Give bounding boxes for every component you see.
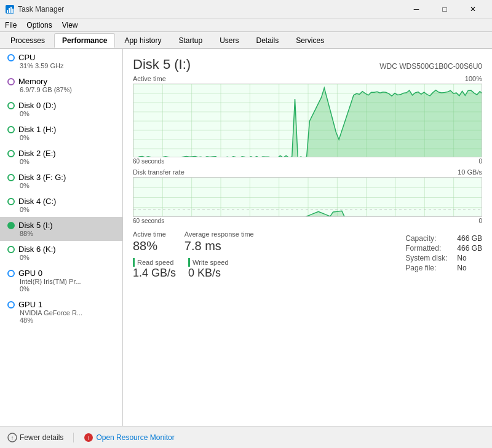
menu-view[interactable]: View [57,18,83,31]
tab-startup[interactable]: Startup [170,33,210,48]
avg-response-stat: Average response time 7.8 ms [184,230,254,253]
disk3-value: 0% [7,182,115,189]
write-bar [188,258,190,267]
read-bar [133,258,135,267]
right-stats: Capacity: 466 GB Formatted: 466 GB Syste… [405,234,482,272]
sidebar: CPU 31% 3.59 GHz Memory 6.9/7.9 GB (87%)… [0,49,123,426]
resource-monitor-link[interactable]: ! Open Resource Monitor [84,433,174,442]
transfer-time-right: 0 [478,218,482,224]
sidebar-item-memory[interactable]: Memory 6.9/7.9 GB (87%) [0,73,122,97]
gpu0-dot [7,270,15,277]
fewer-details-button[interactable]: ↑ Fewer details [7,433,63,442]
active-time-left: 60 seconds [133,158,164,165]
window-controls: ─ □ ✕ [402,0,487,18]
transfer-rate-label: Disk transfer rate [133,168,184,176]
active-time-value: 88% [133,239,166,253]
sidebar-item-disk1[interactable]: Disk 1 (H:) 0% [0,121,122,145]
read-speed-value: 1.4 GB/s [133,267,176,280]
close-button[interactable]: ✕ [459,0,487,18]
formatted-value: 466 GB [457,244,482,253]
active-time-label: Active time [133,75,166,82]
page-file-label: Page file: [405,264,447,272]
write-speed: Write speed 0 KB/s [188,258,229,280]
disk5-dot [7,222,15,229]
write-speed-value: 0 KB/s [188,267,229,280]
disk4-dot [7,198,15,205]
active-time-right: 0 [478,158,482,165]
disk5-value: 88% [7,230,115,237]
tab-processes[interactable]: Processes [2,33,53,48]
system-disk-value: No [457,254,482,262]
active-time-stat: Active time 88% [133,230,166,253]
disk1-dot [7,126,15,133]
active-time-max: 100% [465,75,482,82]
resource-monitor-icon: ! [84,433,93,442]
gpu1-value: 48% [7,316,115,324]
capacity-value: 466 GB [457,234,482,243]
disk1-value: 0% [7,134,115,141]
sidebar-item-disk6[interactable]: Disk 6 (K:) 0% [0,241,122,265]
tab-performance[interactable]: Performance [54,33,115,48]
disk0-value: 0% [7,110,115,117]
disk6-dot [7,246,15,253]
svg-rect-3 [10,7,12,13]
transfer-rate-chart [133,177,482,217]
gpu1-dot [7,301,15,308]
tab-details[interactable]: Details [248,33,287,48]
gpu0-value: 0% [7,285,115,293]
read-speed: Read speed 1.4 GB/s [133,258,176,280]
title-bar: Task Manager ─ □ ✕ [0,0,492,18]
sidebar-item-disk2[interactable]: Disk 2 (E:) 0% [0,145,122,169]
tab-app-history[interactable]: App history [116,33,169,48]
disk-model: WDC WDS500G1B0C-00S6U0 [379,62,482,71]
footer-divider [73,433,74,442]
sidebar-item-disk0[interactable]: Disk 0 (D:) 0% [0,97,122,121]
gpu0-sub: Intel(R) Iris(TM) Pr... [7,278,115,285]
disk2-dot [7,150,15,157]
page-file-value: No [457,264,482,272]
sidebar-item-cpu[interactable]: CPU 31% 3.59 GHz [0,49,122,73]
tab-users[interactable]: Users [212,33,247,48]
avg-response-value: 7.8 ms [184,239,254,253]
minimize-button[interactable]: ─ [402,0,430,18]
disk4-value: 0% [7,206,115,213]
disk6-value: 0% [7,254,115,261]
footer: ↑ Fewer details ! Open Resource Monitor [0,426,492,448]
sidebar-item-gpu0[interactable]: GPU 0 Intel(R) Iris(TM) Pr... 0% [0,265,122,296]
disk-title: Disk 5 (I:) [133,57,191,73]
formatted-label: Formatted: [405,244,447,253]
svg-text:↑: ↑ [11,434,14,441]
menu-options[interactable]: Options [22,18,57,31]
svg-rect-4 [12,9,14,13]
sidebar-item-gpu1[interactable]: GPU 1 NVIDIA GeForce R... 48% [0,296,122,328]
capacity-label: Capacity: [405,234,447,243]
active-time-section: Active time 100% 60 seconds 0 [133,75,482,165]
transfer-rate-section: Disk transfer rate 10 GB/s 60 seconds 0 [133,168,482,224]
svg-text:!: ! [88,435,90,441]
tab-services[interactable]: Services [288,33,332,48]
fewer-details-icon: ↑ [7,433,17,442]
system-disk-label: System disk: [405,254,447,262]
sidebar-item-disk4[interactable]: Disk 4 (C:) 0% [0,193,122,217]
disk3-dot [7,174,15,181]
active-time-chart [133,84,482,157]
memory-dot [7,78,15,85]
transfer-time-left: 60 seconds [133,218,164,224]
sidebar-item-disk5[interactable]: Disk 5 (I:) 88% [0,217,122,241]
sidebar-item-disk3[interactable]: Disk 3 (F: G:) 0% [0,169,122,193]
transfer-rate-max: 10 GB/s [458,168,482,176]
gpu1-sub: NVIDIA GeForce R... [7,309,115,316]
content-area: Disk 5 (I:) WDC WDS500G1B0C-00S6U0 Activ… [123,49,492,426]
menu-bar: File Options View [0,18,492,32]
main-content: CPU 31% 3.59 GHz Memory 6.9/7.9 GB (87%)… [0,49,492,426]
svg-rect-2 [9,8,10,13]
disk2-value: 0% [7,158,115,165]
maximize-button[interactable]: □ [430,0,459,18]
cpu-dot [7,54,15,61]
menu-file[interactable]: File [0,18,22,31]
taskmanager-icon [5,4,15,14]
svg-rect-1 [7,10,8,13]
left-stats: Active time 88% Average response time 7.… [133,230,254,280]
stats-area: Active time 88% Average response time 7.… [133,230,482,280]
disk0-dot [7,102,15,109]
